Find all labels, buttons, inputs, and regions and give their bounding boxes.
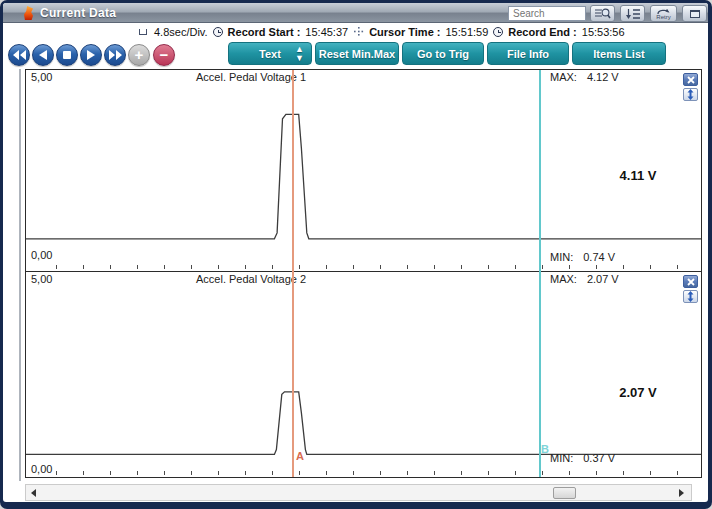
channel-1-panel: 5,00 Accel. Pedal Voltage 1 MAX: 4.12 V …: [25, 69, 702, 272]
close-icon: [687, 76, 695, 84]
channel-2-close-button[interactable]: [683, 275, 698, 288]
cursor-b-label: B: [541, 443, 549, 455]
cursor-time-icon: [353, 26, 364, 37]
record-end-label: Record End :: [508, 26, 576, 38]
play-icon: [87, 50, 95, 60]
rewind-icon: [13, 50, 26, 60]
app-window: Current Data: [0, 0, 712, 509]
view-mode-select[interactable]: Text ▲▼: [228, 42, 312, 65]
scroll-right-arrow[interactable]: [679, 489, 684, 497]
reset-minmax-label: Reset Min.Max: [319, 48, 395, 60]
channel-2-title: Accel. Pedal Voltage 2: [196, 273, 306, 285]
stop-button[interactable]: [56, 44, 78, 66]
spinner-arrows-icon: ▲▼: [295, 45, 304, 63]
step-back-button[interactable]: [32, 44, 54, 66]
record-end-clock-icon: [493, 27, 503, 37]
channel-1-max: MAX: 4.12 V: [550, 71, 619, 83]
zoom-out-button[interactable]: −: [153, 44, 175, 66]
view-mode-label: Text: [259, 48, 281, 60]
min-value: 0.74 V: [583, 251, 615, 263]
record-info-bar: 4.8sec/Div. Record Start : 15:45:37 Curs…: [139, 24, 625, 39]
find-button[interactable]: [590, 5, 615, 22]
max-value: 2.07 V: [587, 273, 619, 285]
time-div-icon: [139, 29, 147, 35]
list-icon: [625, 8, 641, 20]
channel-1-waveform: [26, 70, 701, 271]
channel-2-reorder-button[interactable]: [683, 290, 698, 303]
left-gutter-divider: [19, 69, 21, 481]
minus-icon: −: [160, 47, 169, 62]
record-start-label: Record Start :: [228, 26, 301, 38]
channel-2-waveform: [26, 272, 701, 477]
scroll-left-arrow[interactable]: [31, 489, 36, 497]
cursor-a-line[interactable]: [292, 70, 294, 477]
restore-button[interactable]: [682, 5, 707, 22]
stop-icon: [63, 51, 71, 59]
time-ticks: [56, 471, 691, 475]
fast-forward-icon: [109, 50, 122, 60]
channel-1-close-button[interactable]: [683, 73, 698, 86]
channel-2-max: MAX: 2.07 V: [550, 273, 619, 285]
min-label: MIN:: [550, 452, 573, 464]
min-label: MIN:: [550, 251, 573, 263]
window-content: Current Data: [3, 3, 708, 502]
play-button[interactable]: [80, 44, 102, 66]
cursor-time-value: 15:51:59: [445, 26, 488, 38]
channel-2-min: MIN: 0.37 V: [550, 452, 615, 464]
file-info-button[interactable]: File Info: [487, 42, 569, 65]
zoom-in-button[interactable]: +: [128, 44, 150, 66]
max-label: MAX:: [550, 273, 577, 285]
record-start-clock-icon: [213, 27, 223, 37]
channel-2-cursor-value: 2.07 V: [603, 385, 673, 400]
max-label: MAX:: [550, 71, 577, 83]
horizontal-scrollbar[interactable]: [25, 484, 692, 501]
rewind-button[interactable]: [8, 44, 30, 66]
search-input[interactable]: [508, 6, 586, 21]
time-ticks: [56, 265, 691, 269]
channel-2-panel: 5,00 Accel. Pedal Voltage 2 MAX: 2.07 V …: [25, 271, 702, 478]
item-list-button[interactable]: [620, 5, 645, 22]
channel-1-cursor-value: 4.11 V: [603, 168, 673, 183]
channel-1-min: MIN: 0.74 V: [550, 251, 615, 263]
retry-button[interactable]: Retry: [650, 5, 677, 22]
y-max-label: 5,00: [31, 273, 52, 285]
y-min-label: 0,00: [31, 463, 52, 475]
go-to-trig-label: Go to Trig: [417, 48, 469, 60]
scrollbar-thumb[interactable]: [553, 487, 576, 499]
restore-icon: [690, 10, 700, 18]
fast-forward-button[interactable]: [104, 44, 126, 66]
retry-label: Retry: [656, 14, 670, 20]
cursor-a-label: A: [296, 450, 304, 462]
items-list-label: Items List: [593, 48, 644, 60]
window-title: Current Data: [40, 6, 116, 20]
up-down-arrow-icon: [686, 291, 695, 302]
search-icon: [594, 7, 611, 20]
plus-icon: +: [135, 47, 144, 62]
cursor-time-label: Cursor Time :: [369, 26, 440, 38]
back-icon: [39, 50, 47, 60]
cursor-b-line[interactable]: [539, 70, 541, 477]
y-min-label: 0,00: [31, 249, 52, 261]
record-start-value: 15:45:37: [305, 26, 348, 38]
close-icon: [687, 278, 695, 286]
channel-1-title: Accel. Pedal Voltage 1: [196, 71, 306, 83]
file-info-label: File Info: [507, 48, 549, 60]
title-bar: Current Data: [3, 3, 708, 23]
y-max-label: 5,00: [31, 71, 52, 83]
reset-minmax-button[interactable]: Reset Min.Max: [315, 42, 399, 65]
go-to-trig-button[interactable]: Go to Trig: [402, 42, 484, 65]
channel-1-reorder-button[interactable]: [683, 88, 698, 101]
min-value: 0.37 V: [583, 452, 615, 464]
current-data-icon: [24, 6, 33, 20]
max-value: 4.12 V: [587, 71, 619, 83]
time-per-div: 4.8sec/Div.: [154, 26, 208, 38]
items-list-button[interactable]: Items List: [572, 42, 666, 65]
up-down-arrow-icon: [686, 89, 695, 100]
record-end-value: 15:53:56: [582, 26, 625, 38]
